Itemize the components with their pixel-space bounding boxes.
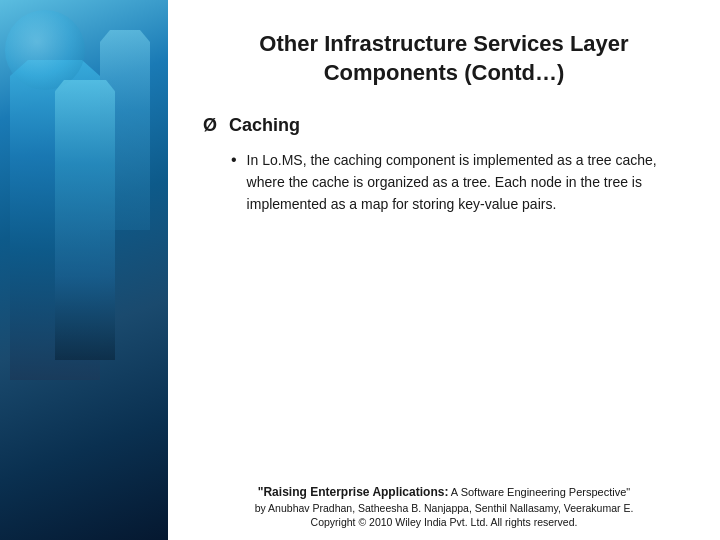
footer: "Raising Enterprise Applications: A Soft… <box>168 485 720 528</box>
footer-title-sub: A Software Engineering Perspective" <box>448 486 630 498</box>
bullet-item-caching: • In Lo.MS, the caching component is imp… <box>231 150 685 215</box>
slide-title-line2: Components (Contd…) <box>324 60 565 85</box>
footer-copyright: Copyright © 2010 Wiley India Pvt. Ltd. A… <box>188 516 700 528</box>
sidebar-building-decoration <box>100 30 150 230</box>
bullet-list: • In Lo.MS, the caching component is imp… <box>231 150 685 223</box>
bullet-dot: • <box>231 151 237 169</box>
section-heading-label: Caching <box>229 115 300 136</box>
sidebar-orb-decoration <box>5 10 85 90</box>
sidebar <box>0 0 168 540</box>
section-arrow: Ø <box>203 115 217 136</box>
footer-book-title: "Raising Enterprise Applications: A Soft… <box>188 485 700 499</box>
footer-authors: by Anubhav Pradhan, Satheesha B. Nanjapp… <box>188 502 700 514</box>
main-content: Other Infrastructure Services Layer Comp… <box>168 0 720 540</box>
slide-title-line1: Other Infrastructure Services Layer <box>259 31 628 56</box>
section-heading-caching: Ø Caching <box>203 115 685 136</box>
slide-title: Other Infrastructure Services Layer Comp… <box>203 30 685 87</box>
sidebar-image <box>0 0 168 540</box>
footer-title-main: "Raising Enterprise Applications: <box>258 485 449 499</box>
bullet-text-caching: In Lo.MS, the caching component is imple… <box>247 150 685 215</box>
